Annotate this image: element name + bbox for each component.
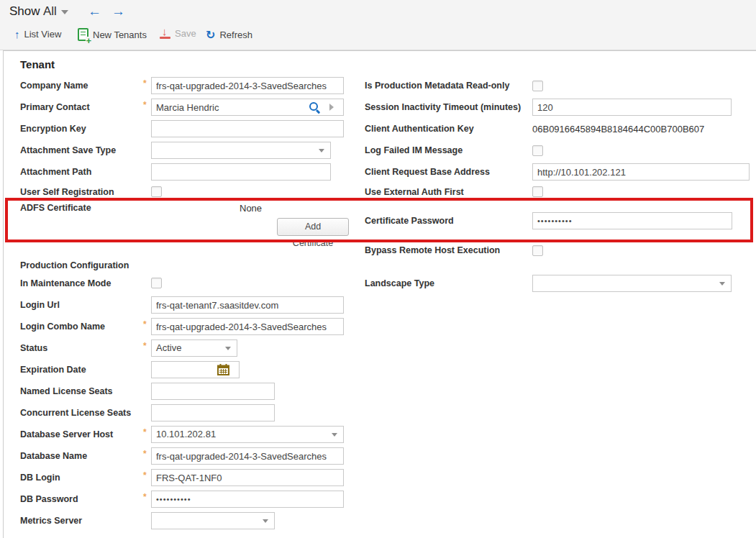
log-failed-im-message-checkbox[interactable] [532,145,543,156]
required-marker: * [143,470,149,480]
chevron-down-icon [719,282,725,286]
is-production-metadata-read-only-label: Is Production Metadata Read-only [365,81,509,91]
new-tenants-button[interactable]: + New Tenants [78,28,147,41]
contact-expand-arrow-icon[interactable] [329,104,334,111]
list-view-label: List View [24,29,62,40]
new-document-icon: + [78,28,88,41]
database-server-host-label: Database Server Host [20,429,113,439]
is-production-metadata-read-only-checkbox[interactable] [532,81,543,91]
save-label: Save [175,28,196,39]
landscape-type-label: Landscape Type [365,278,434,288]
bypass-remote-host-execution-label: Bypass Remote Host Execution [365,245,500,255]
attachment-path-input[interactable] [151,163,331,181]
chevron-down-icon [319,149,324,152]
user-self-registration-checkbox[interactable] [151,186,162,197]
required-marker: * [143,100,149,110]
client-request-base-address-label: Client Request Base Address [365,167,490,177]
calendar-icon[interactable] [217,364,229,375]
attachment-path-label: Attachment Path [20,167,91,177]
toolbar: Show All ← → ↑ List View + New Tenants S… [0,0,756,50]
show-filter-value: All [43,4,57,18]
attachment-save-type-label: Attachment Save Type [20,145,116,155]
db-password-input[interactable] [151,491,344,508]
db-password-label: DB Password [20,494,78,504]
show-filter-dropdown[interactable]: All [43,4,68,19]
adfs-certificate-label: ADFS Certificate [20,203,91,213]
required-marker: * [143,319,149,329]
chevron-down-icon [332,433,337,437]
chevron-down-icon [61,10,68,14]
db-login-input[interactable] [151,469,344,486]
database-name-input[interactable] [151,447,344,465]
client-authentication-key-value: 06B0916645894B8184644C00B700B607 [532,124,704,134]
bypass-remote-host-execution-checkbox[interactable] [532,245,543,256]
certificate-password-input[interactable] [532,212,732,229]
client-authentication-key-label: Client Authentication Key [365,124,474,134]
attachment-save-type-dropdown[interactable] [151,142,331,159]
required-marker: * [143,492,149,502]
required-marker: * [143,78,149,88]
concurrent-license-seats-label: Concurrent License Seats [20,408,131,418]
save-button[interactable]: Save [160,28,196,39]
database-name-label: Database Name [20,451,87,461]
login-url-label: Login Url [20,300,60,310]
company-name-label: Company Name [20,81,88,91]
database-server-host-dropdown[interactable]: 10.101.202.81 [151,426,344,443]
login-url-input[interactable] [151,296,344,314]
expiration-date-label: Expiration Date [20,365,86,375]
primary-contact-label: Primary Contact [20,102,90,112]
metrics-server-label: Metrics Server [20,516,82,526]
page-title: Tenant [20,58,55,70]
in-maintenance-mode-checkbox[interactable] [151,278,162,288]
client-request-base-address-input[interactable] [532,163,750,181]
session-inactivity-timeout-label: Session Inactivity Timeout (minutes) [365,102,521,112]
named-license-seats-input[interactable] [151,383,275,400]
login-combo-name-input[interactable] [151,318,344,335]
encryption-key-label: Encryption Key [20,124,86,134]
chevron-down-icon [263,519,268,523]
add-certificate-button[interactable]: Add Certificate [277,218,349,236]
new-tenants-label: New Tenants [93,29,147,40]
log-failed-im-message-label: Log Failed IM Message [365,145,463,155]
company-name-input[interactable] [151,77,344,94]
session-inactivity-timeout-input[interactable] [532,99,732,116]
adfs-certificate-value: None [240,203,262,214]
refresh-button[interactable]: ↻ Refresh [206,28,252,42]
use-external-auth-first-checkbox[interactable] [532,186,543,197]
status-dropdown[interactable]: Active [151,339,237,357]
list-view-button[interactable]: ↑ List View [14,28,61,40]
metrics-server-dropdown[interactable] [151,512,275,529]
required-marker: * [143,427,149,437]
refresh-icon: ↻ [206,28,215,42]
db-login-label: DB Login [20,473,60,483]
in-maintenance-mode-label: In Maintenance Mode [20,278,111,288]
required-marker: * [143,449,149,459]
up-arrow-icon: ↑ [14,28,20,40]
user-self-registration-label: User Self Registration [20,187,114,197]
encryption-key-input[interactable] [151,120,344,137]
show-label: Show [9,4,40,19]
save-icon [160,28,170,39]
back-arrow-icon[interactable]: ← [88,4,101,19]
use-external-auth-first-label: Use External Auth First [365,187,464,197]
landscape-type-dropdown[interactable] [532,275,732,292]
refresh-label: Refresh [219,29,252,40]
chevron-down-icon [225,347,231,350]
certificate-password-label: Certificate Password [365,216,454,226]
login-combo-name-label: Login Combo Name [20,322,105,332]
production-configuration-label: Production Configuration [20,260,129,270]
required-marker: * [143,341,149,351]
named-license-seats-label: Named License Seats [20,386,113,396]
status-label: Status [20,343,47,353]
concurrent-license-seats-input[interactable] [151,404,275,421]
search-icon[interactable] [309,102,320,113]
tenant-admin-screen: Show All ← → ↑ List View + New Tenants S… [0,0,756,538]
forward-arrow-icon[interactable]: → [111,4,125,19]
